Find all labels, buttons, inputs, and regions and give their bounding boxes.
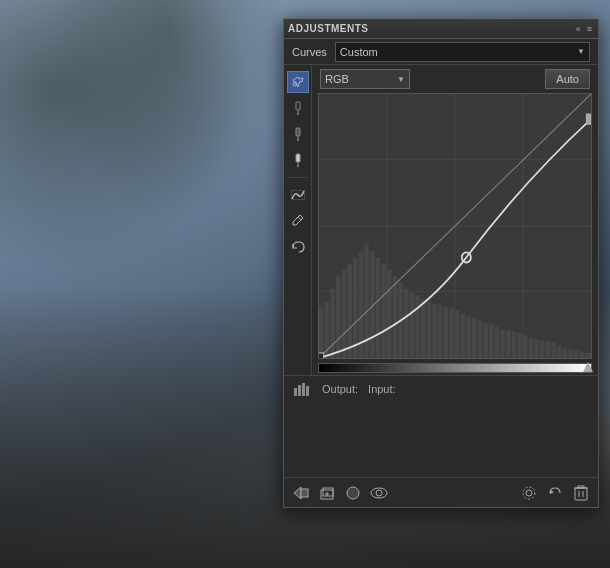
svg-rect-15 <box>330 289 335 358</box>
svg-rect-42 <box>483 323 488 358</box>
svg-rect-51 <box>534 339 539 358</box>
channel-dropdown-arrow: ▼ <box>397 75 405 84</box>
svg-rect-26 <box>393 276 398 358</box>
target-tool-btn[interactable] <box>287 71 309 93</box>
preset-dropdown[interactable]: Custom ▼ <box>335 42 590 62</box>
svg-rect-37 <box>455 310 460 358</box>
svg-point-85 <box>523 487 535 499</box>
svg-point-9 <box>297 165 299 167</box>
svg-rect-35 <box>444 306 449 358</box>
panel-collapse-btn[interactable]: « <box>574 24 583 34</box>
svg-rect-73 <box>302 383 305 396</box>
visibility-icon[interactable] <box>368 482 390 504</box>
svg-rect-25 <box>387 270 392 358</box>
svg-marker-75 <box>294 487 301 499</box>
bottom-bar <box>284 477 598 507</box>
svg-rect-76 <box>301 489 308 497</box>
svg-rect-17 <box>342 270 347 358</box>
curves-header: Curves Custom ▼ <box>284 39 598 65</box>
svg-rect-53 <box>546 342 551 358</box>
input-label: Input: <box>368 383 396 395</box>
svg-rect-28 <box>404 289 409 358</box>
pencil-draw-btn[interactable] <box>287 210 309 232</box>
svg-rect-14 <box>325 301 330 358</box>
svg-rect-48 <box>517 333 522 358</box>
svg-rect-52 <box>540 340 545 358</box>
svg-rect-29 <box>410 293 415 358</box>
settings-icon[interactable] <box>518 482 540 504</box>
curves-area: RGB ▼ Auto <box>312 65 598 375</box>
svg-rect-31 <box>421 299 426 358</box>
svg-point-83 <box>376 490 382 496</box>
curves-svg <box>319 94 591 358</box>
back-icon[interactable] <box>290 482 312 504</box>
eyedropper-white-btn[interactable] <box>287 149 309 171</box>
svg-rect-34 <box>438 305 443 358</box>
preset-value: Custom <box>340 46 378 58</box>
svg-point-84 <box>526 490 532 496</box>
svg-rect-1 <box>296 102 300 110</box>
svg-rect-74 <box>306 386 309 396</box>
svg-rect-72 <box>298 385 301 396</box>
svg-rect-60 <box>585 353 591 358</box>
auto-button[interactable]: Auto <box>545 69 590 89</box>
svg-rect-45 <box>500 329 505 358</box>
curve-smooth-btn[interactable] <box>287 184 309 206</box>
svg-rect-18 <box>347 264 352 358</box>
svg-rect-69 <box>319 353 324 358</box>
tree-overlay <box>0 0 280 300</box>
adjustments-panel: ADJUSTMENTS « ≡ Curves Custom ▼ <box>283 18 599 508</box>
svg-rect-58 <box>574 350 579 358</box>
svg-rect-13 <box>319 308 324 358</box>
svg-marker-86 <box>550 490 554 494</box>
svg-point-3 <box>297 113 299 115</box>
preset-dropdown-arrow: ▼ <box>577 47 585 56</box>
svg-rect-32 <box>427 301 432 358</box>
delete-icon[interactable] <box>570 482 592 504</box>
eyedropper-gray-btn[interactable] <box>287 123 309 145</box>
svg-line-11 <box>298 217 301 220</box>
histogram-icon <box>292 381 312 397</box>
svg-rect-49 <box>523 335 528 358</box>
svg-rect-39 <box>466 317 471 358</box>
create-layer-icon[interactable] <box>316 482 338 504</box>
gradient-bar <box>318 363 592 373</box>
svg-rect-23 <box>376 257 381 358</box>
channel-dropdown[interactable]: RGB ▼ <box>320 69 410 89</box>
svg-rect-7 <box>296 154 300 162</box>
svg-rect-55 <box>557 345 562 358</box>
curves-controls-row: RGB ▼ Auto <box>312 65 598 93</box>
curves-canvas-wrapper[interactable] <box>318 93 592 359</box>
svg-rect-56 <box>563 348 568 358</box>
svg-point-81 <box>347 487 359 499</box>
main-area: RGB ▼ Auto <box>284 65 598 375</box>
svg-rect-38 <box>461 314 466 358</box>
eyedropper-black-btn[interactable] <box>287 97 309 119</box>
undo-btn[interactable] <box>287 236 309 258</box>
refresh-icon[interactable] <box>544 482 566 504</box>
svg-rect-19 <box>353 257 358 358</box>
svg-rect-71 <box>294 388 297 396</box>
svg-rect-4 <box>296 128 300 136</box>
panel-controls: « ≡ <box>574 24 594 34</box>
svg-rect-54 <box>551 343 556 358</box>
output-label: Output: <box>322 383 358 395</box>
svg-rect-43 <box>489 324 494 358</box>
svg-rect-30 <box>415 295 420 358</box>
svg-rect-44 <box>495 327 500 358</box>
left-toolbar <box>284 65 312 375</box>
gradient-arrow <box>583 362 593 372</box>
svg-rect-46 <box>506 330 511 358</box>
svg-point-6 <box>297 139 299 141</box>
panel-menu-btn[interactable]: ≡ <box>585 24 594 34</box>
tool-separator <box>289 177 307 178</box>
svg-rect-40 <box>472 318 477 358</box>
svg-rect-78 <box>323 488 333 496</box>
svg-rect-16 <box>336 276 341 358</box>
svg-rect-91 <box>578 486 584 488</box>
svg-rect-70 <box>586 114 591 124</box>
svg-rect-50 <box>529 338 534 358</box>
clipping-mask-icon[interactable] <box>342 482 364 504</box>
panel-title: ADJUSTMENTS <box>288 23 369 34</box>
svg-rect-41 <box>478 320 483 358</box>
